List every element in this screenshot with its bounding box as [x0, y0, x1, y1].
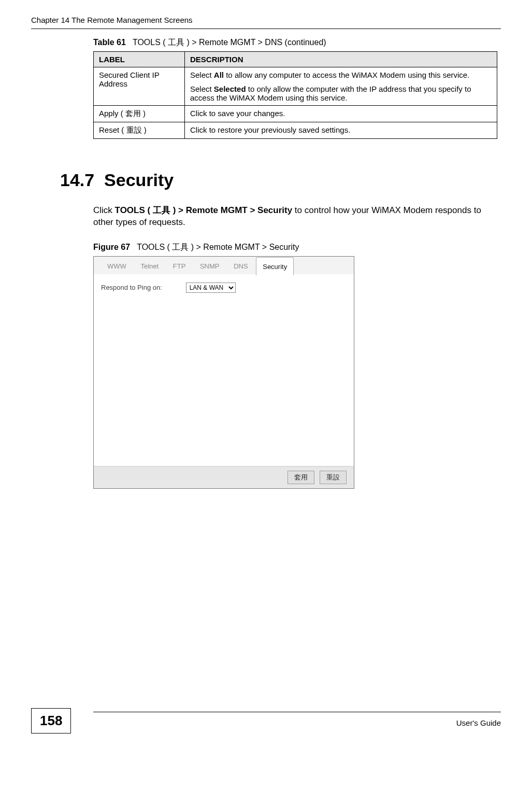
table-61-caption-text: TOOLS ( 工具 ) > Remote MGMT > DNS (contin…: [133, 38, 326, 47]
section-number: 14.7: [60, 170, 94, 190]
tab-security[interactable]: Security: [256, 257, 294, 275]
section-title: Security: [104, 170, 174, 190]
cell-desc-para: Select All to allow any computer to acce…: [190, 70, 492, 79]
table-row: Secured Client IP Address Select All to …: [94, 67, 497, 106]
figure-67-caption: Figure 67 TOOLS ( 工具 ) > Remote MGMT > S…: [93, 242, 501, 253]
tab-bar: WWW Telnet FTP SNMP DNS Security: [94, 257, 354, 274]
table-row: Reset ( 重設 ) Click to restore your previ…: [94, 122, 497, 139]
page-number: 158: [31, 708, 71, 733]
figure-67-caption-prefix: Figure 67: [93, 243, 130, 251]
field-row-respond-ping: Respond to Ping on: LAN & WAN: [101, 283, 347, 293]
table-header-description: DESCRIPTION: [185, 52, 497, 67]
section-heading: 14.7 Security: [60, 170, 501, 190]
table-61-caption-prefix: Table 61: [93, 38, 126, 47]
cell-description: Click to save your changes.: [185, 106, 497, 122]
footer-guide-label: User's Guide: [456, 708, 501, 727]
cell-desc-para: Select Selected to only allow the comput…: [190, 84, 492, 102]
cell-description: Click to restore your previously saved s…: [185, 122, 497, 139]
tab-dns[interactable]: DNS: [227, 257, 254, 275]
header-rule: [31, 29, 501, 29]
figure-67-caption-text: TOOLS ( 工具 ) > Remote MGMT > Security: [137, 243, 299, 251]
tab-telnet[interactable]: Telnet: [134, 257, 165, 275]
cell-label: Apply ( 套用 ): [94, 106, 185, 122]
figure-67-screenshot: WWW Telnet FTP SNMP DNS Security Respond…: [93, 256, 354, 489]
apply-button[interactable]: 套用: [287, 471, 314, 484]
tab-snmp[interactable]: SNMP: [194, 257, 226, 275]
cell-label: Secured Client IP Address: [94, 67, 185, 106]
table-61-caption: Table 61 TOOLS ( 工具 ) > Remote MGMT > DN…: [93, 37, 501, 48]
table-header-row: LABEL DESCRIPTION: [94, 52, 497, 67]
table-row: Apply ( 套用 ) Click to save your changes.: [94, 106, 497, 122]
table-61: LABEL DESCRIPTION Secured Client IP Addr…: [93, 51, 497, 139]
table-header-label: LABEL: [94, 52, 185, 67]
cell-description: Select All to allow any computer to acce…: [185, 67, 497, 106]
section-body: Click TOOLS ( 工具 ) > Remote MGMT > Secur…: [93, 205, 497, 229]
field-label-respond-ping: Respond to Ping on:: [101, 284, 184, 291]
cell-label: Reset ( 重設 ): [94, 122, 185, 139]
reset-button[interactable]: 重設: [320, 471, 347, 484]
tab-www[interactable]: WWW: [101, 257, 133, 275]
tab-panel-security: Respond to Ping on: LAN & WAN: [94, 274, 354, 466]
running-header: Chapter 14 The Remote Management Screens: [31, 16, 501, 24]
select-respond-ping[interactable]: LAN & WAN: [186, 283, 236, 293]
tab-ftp[interactable]: FTP: [167, 257, 192, 275]
button-bar: 套用 重設: [94, 466, 354, 488]
